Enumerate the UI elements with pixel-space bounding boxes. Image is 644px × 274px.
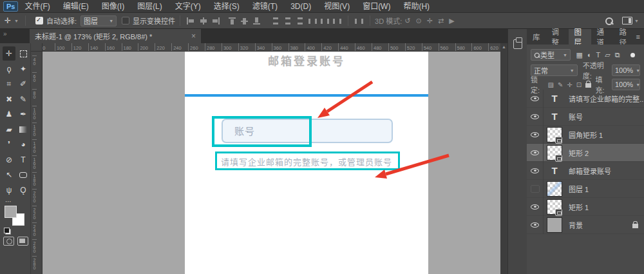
type-filter-icon[interactable]: T xyxy=(596,51,601,59)
menu-item[interactable]: 图层(L) xyxy=(131,2,169,11)
eye-hidden-icon[interactable] xyxy=(531,185,540,193)
search-icon[interactable] xyxy=(605,17,613,25)
opacity-dropdown[interactable]: 100%▼ xyxy=(612,64,640,76)
show-transform-checkbox[interactable] xyxy=(122,17,129,24)
screen-mode-icon[interactable] xyxy=(17,237,28,246)
lock-move-icon[interactable]: ✛ xyxy=(567,81,572,88)
toolbar-collapse-icon[interactable]: » xyxy=(3,30,7,37)
pixel-filter-icon[interactable]: ▦ xyxy=(576,51,583,59)
foreground-color-swatch[interactable] xyxy=(5,206,17,218)
visibility-cell[interactable] xyxy=(527,90,544,108)
smart-object-filter-icon[interactable]: ⧉ xyxy=(615,51,620,59)
align-vertical-centers-icon[interactable] xyxy=(241,17,249,24)
panel-tab-通道[interactable]: 通道 xyxy=(591,29,614,44)
layer-name[interactable]: 矩形 2 xyxy=(569,148,589,158)
distribute-vertical-centers-icon[interactable] xyxy=(284,17,292,24)
filter-toggle-icon[interactable] xyxy=(630,53,635,57)
lock-transparency-icon[interactable]: ▨ xyxy=(547,81,553,88)
3d-mode-icon[interactable]: ↺ xyxy=(404,17,410,24)
menu-item[interactable]: 帮助(H) xyxy=(397,2,436,11)
menu-item[interactable]: 视图(V) xyxy=(317,2,356,11)
panel-tab-路径[interactable]: 路径 xyxy=(614,29,636,44)
default-colors-icon[interactable] xyxy=(4,228,11,235)
tab-close-icon[interactable]: × xyxy=(191,32,196,41)
align-top-edges-icon[interactable] xyxy=(229,17,237,24)
canvas-area[interactable]: 邮箱登录账号 账号 请填写企业邮箱的完整账号，或管理员账号 xyxy=(43,52,500,274)
history-brush-tool[interactable]: ✒ xyxy=(17,107,30,121)
menu-item[interactable]: 图像(I) xyxy=(95,2,131,11)
align-right-edges-icon[interactable] xyxy=(211,17,220,24)
menu-item[interactable]: 编辑(E) xyxy=(57,2,95,11)
eye-icon[interactable] xyxy=(531,222,539,228)
3d-mode-icon[interactable]: ▶ xyxy=(449,17,454,24)
eye-icon[interactable] xyxy=(531,168,539,173)
menu-item[interactable]: 文件(F) xyxy=(18,2,56,11)
brush-tool[interactable]: ✎ xyxy=(17,92,30,106)
zoom-tool[interactable]: Ǫ xyxy=(17,183,30,197)
layer-row[interactable]: 图层 1 xyxy=(527,180,644,198)
lock-paint-icon[interactable]: ✎ xyxy=(558,81,563,88)
layer-name[interactable]: 圆角矩形 1 xyxy=(569,130,603,140)
fill-dropdown[interactable]: 100%▼ xyxy=(612,79,640,90)
3d-mode-icon[interactable]: ⇄ xyxy=(438,17,444,24)
dodge-tool[interactable]: ◕ xyxy=(17,137,30,152)
menu-item[interactable]: 3D(D) xyxy=(284,2,317,11)
blur-tool[interactable]: ❜ xyxy=(3,137,15,152)
menu-item[interactable]: 文字(Y) xyxy=(169,2,207,11)
align-horizontal-centers-icon[interactable] xyxy=(199,17,207,24)
eraser-tool[interactable]: ▰ xyxy=(3,122,15,137)
clone-stamp-tool[interactable]: ♟ xyxy=(3,107,15,121)
path-selection-tool[interactable]: ↖ xyxy=(3,168,15,182)
quick-mask-icon[interactable] xyxy=(3,237,14,246)
align-left-edges-icon[interactable] xyxy=(187,17,195,24)
align-bottom-edges-icon[interactable] xyxy=(253,17,261,24)
filter-kind-dropdown[interactable]: 类型▼ xyxy=(531,49,571,61)
layer-name[interactable]: 背景 xyxy=(569,220,583,230)
eye-icon[interactable] xyxy=(531,114,539,119)
layer-name[interactable]: 邮箱登录账号 xyxy=(569,166,611,176)
layer-name[interactable]: 图层 1 xyxy=(569,184,589,194)
visibility-cell[interactable] xyxy=(527,198,544,216)
adjustment-filter-icon[interactable]: ◐ xyxy=(587,51,592,59)
panel-menu-icon[interactable]: ≡ xyxy=(636,33,640,41)
hand-tool[interactable]: ψ xyxy=(3,183,15,197)
shape-tool[interactable] xyxy=(17,168,30,182)
document-canvas[interactable]: 邮箱登录账号 账号 请填写企业邮箱的完整账号，或管理员账号 xyxy=(185,52,428,274)
distribute-horizontal-centers-icon[interactable] xyxy=(321,17,329,24)
scrollbar-strip[interactable]: ▲ xyxy=(500,43,507,274)
visibility-cell[interactable] xyxy=(527,126,544,144)
lock-all-icon[interactable] xyxy=(585,83,591,88)
spot-healing-brush-tool[interactable]: ✚ xyxy=(0,90,19,109)
distribute-top-edges-icon[interactable] xyxy=(272,17,280,24)
layer-name[interactable]: 请填写企业邮箱的完整... xyxy=(569,93,644,104)
layer-row[interactable]: 矩形 2 xyxy=(527,144,644,162)
layer-row[interactable]: T账号 xyxy=(527,108,644,126)
type-tool[interactable]: T xyxy=(17,153,30,167)
visibility-cell[interactable] xyxy=(527,108,544,126)
distribute-left-edges-icon[interactable] xyxy=(308,17,317,24)
eye-icon[interactable] xyxy=(531,204,539,210)
visibility-cell[interactable] xyxy=(527,180,544,198)
layer-row[interactable]: 矩形 1 xyxy=(527,198,644,216)
menu-item[interactable]: 选择(S) xyxy=(207,2,246,11)
rectangular-marquee-tool[interactable] xyxy=(17,46,30,61)
layer-row[interactable]: T邮箱登录账号 xyxy=(527,162,644,180)
visibility-cell[interactable] xyxy=(527,144,544,162)
layer-name[interactable]: 矩形 1 xyxy=(569,202,589,212)
visibility-cell[interactable] xyxy=(527,162,544,180)
tool-preset-caret-icon[interactable]: ▼ xyxy=(14,19,19,23)
layer-name[interactable]: 账号 xyxy=(569,112,583,122)
workspace-caret-icon[interactable]: ▼ xyxy=(634,19,639,23)
quick-selection-tool[interactable]: ✦ xyxy=(17,62,30,76)
panel-tab-调整[interactable]: 调整 xyxy=(546,29,569,44)
menu-item[interactable]: 窗口(W) xyxy=(356,2,397,11)
eye-icon[interactable] xyxy=(531,96,539,101)
eye-icon[interactable] xyxy=(531,132,539,137)
layer-row[interactable]: 圆角矩形 1 xyxy=(527,126,644,144)
lock-artboard-icon[interactable]: ⊡ xyxy=(576,81,582,88)
visibility-cell[interactable] xyxy=(527,216,544,234)
shape-filter-icon[interactable]: ▱ xyxy=(605,51,610,59)
gradient-tool[interactable] xyxy=(17,122,30,137)
3d-mode-icon[interactable]: ⊙ xyxy=(415,17,421,24)
panel-tab-库[interactable]: 库 xyxy=(527,29,546,44)
